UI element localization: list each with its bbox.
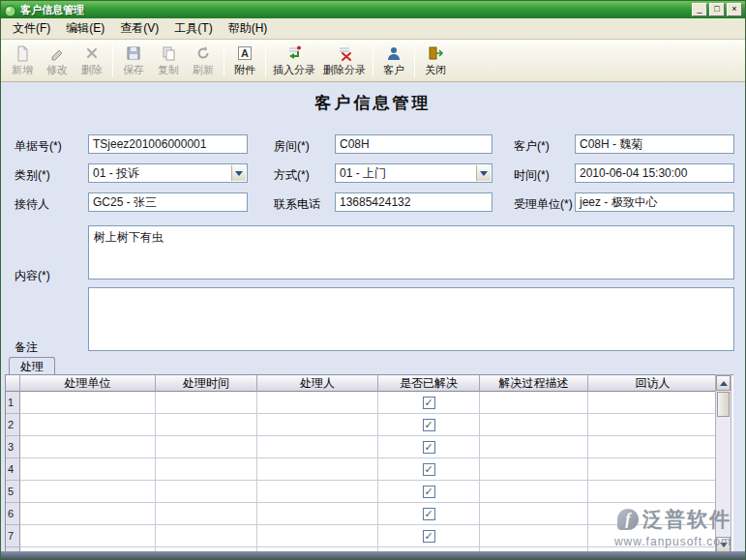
close-button[interactable]: × [727, 3, 742, 16]
new-button[interactable]: 新增 [5, 42, 40, 80]
menu-view[interactable]: 查看(V) [112, 17, 166, 40]
grid-cell[interactable] [480, 458, 588, 481]
customer-field[interactable]: C08H - 魏菊 [575, 134, 734, 154]
menu-edit[interactable]: 编辑(E) [58, 17, 112, 40]
toolbar-separator [112, 44, 113, 77]
tab-handle[interactable]: 处理 [9, 357, 55, 375]
grid-cell[interactable] [20, 392, 156, 414]
grid-row: 2 ✓ [6, 414, 733, 436]
menu-help[interactable]: 帮助(H) [221, 17, 276, 40]
grid-cell[interactable] [480, 525, 588, 547]
receptionist-field[interactable]: GC25 - 张三 [88, 192, 248, 212]
grid-cell[interactable] [480, 503, 588, 525]
solved-checkbox[interactable]: ✓ [423, 486, 435, 498]
doc-no-field[interactable]: TSjeez201006000001 [88, 134, 248, 154]
grid-cell[interactable] [20, 481, 156, 503]
grid-cell[interactable] [156, 436, 257, 458]
grid-cell[interactable] [588, 458, 718, 481]
grid-cell[interactable] [20, 436, 156, 458]
solved-checkbox[interactable]: ✓ [423, 441, 435, 454]
col-header-solved: 是否已解决 [378, 375, 480, 392]
grid-cell[interactable]: ✓ [378, 481, 480, 503]
grid-cell[interactable] [156, 503, 257, 525]
grid-cell[interactable] [480, 414, 588, 436]
menu-tools[interactable]: 工具(T) [166, 17, 220, 40]
insert-entry-button[interactable]: 插入分录 [269, 42, 319, 80]
phone-field[interactable]: 13685424132 [335, 192, 492, 212]
method-value: 01 - 上门 [340, 166, 386, 180]
grid-cell[interactable] [156, 481, 257, 503]
grid-cell[interactable] [257, 525, 378, 547]
solved-checkbox[interactable]: ✓ [423, 397, 435, 409]
close-form-button[interactable]: 关闭 [418, 42, 453, 80]
form-area: 客户信息管理 单据号(*) TSjeez201006000001 房间(*) C… [1, 82, 745, 559]
grid-cell[interactable]: ✓ [378, 503, 480, 525]
grid-cell[interactable] [257, 458, 378, 481]
scrollbar-thumb[interactable] [717, 392, 730, 417]
phone-label: 联系电话 [274, 196, 320, 213]
col-header-unit: 处理单位 [20, 375, 156, 392]
grid-cell[interactable] [20, 503, 156, 525]
grid-cell[interactable] [588, 414, 718, 436]
grid-cell[interactable]: ✓ [378, 458, 480, 481]
grid-cell[interactable] [257, 503, 378, 525]
grid-cell[interactable]: ✓ [378, 392, 480, 414]
grid-cell[interactable]: ✓ [378, 525, 480, 547]
save-button[interactable]: 保存 [116, 42, 151, 80]
chevron-down-icon[interactable] [476, 165, 491, 181]
solved-checkbox[interactable]: ✓ [423, 419, 435, 431]
page-title: 客户信息管理 [1, 92, 745, 114]
maximize-button[interactable]: □ [709, 3, 725, 16]
grid-cell[interactable] [257, 392, 378, 414]
refresh-button[interactable]: 刷新 [186, 42, 221, 80]
menu-file[interactable]: 文件(F) [5, 17, 58, 40]
grid-cell[interactable] [257, 414, 378, 436]
grid-row: 1 ✓ [6, 392, 733, 414]
solved-checkbox[interactable]: ✓ [423, 508, 435, 520]
grid-cell[interactable] [20, 458, 156, 481]
customer-label: 客户(*) [514, 138, 550, 155]
grid-cell[interactable] [480, 436, 588, 458]
solved-checkbox[interactable]: ✓ [423, 463, 435, 476]
row-number: 7 [6, 525, 20, 547]
grid-header-row: 处理单位 处理时间 处理人 是否已解决 解决过程描述 回访人 [6, 375, 733, 392]
grid-cell[interactable] [156, 414, 257, 436]
customer-button[interactable]: 客户 [376, 42, 411, 80]
grid-cell[interactable] [480, 481, 588, 503]
row-number: 1 [6, 392, 20, 414]
receptionist-label: 接待人 [15, 196, 49, 213]
grid-cell[interactable]: ✓ [378, 436, 480, 458]
grid-cell[interactable] [257, 481, 378, 503]
minimize-button[interactable]: _ [692, 3, 707, 16]
row-number: 2 [6, 414, 20, 436]
delete-entry-button[interactable]: 删除分录 [319, 42, 370, 80]
grid-cell[interactable] [588, 436, 718, 458]
toolbar-separator [265, 44, 266, 77]
grid-cell[interactable] [588, 392, 718, 414]
accept-unit-field[interactable]: jeez - 极致中心 [575, 192, 734, 212]
grid-cell[interactable]: ✓ [378, 414, 480, 436]
grid-cell[interactable] [257, 436, 378, 458]
remark-textarea[interactable] [88, 287, 734, 351]
solved-checkbox[interactable]: ✓ [423, 530, 435, 543]
grid-cell[interactable] [156, 458, 257, 481]
grid-cell[interactable] [20, 414, 156, 436]
app-icon [4, 4, 16, 16]
grid-cell[interactable] [480, 392, 588, 414]
grid-cell[interactable] [588, 481, 718, 503]
doc-no-label: 单据号(*) [15, 138, 62, 155]
room-field[interactable]: C08H [335, 134, 492, 154]
method-dropdown[interactable]: 01 - 上门 [335, 163, 492, 183]
delete-button[interactable]: 删除 [75, 42, 109, 80]
category-dropdown[interactable]: 01 - 投诉 [88, 163, 248, 183]
grid-cell[interactable] [20, 525, 156, 547]
scroll-up-button[interactable] [716, 375, 731, 391]
attachment-button[interactable]: A 附件 [227, 42, 262, 80]
chevron-down-icon[interactable] [231, 165, 246, 181]
grid-cell[interactable] [156, 525, 257, 547]
copy-button[interactable]: 复制 [151, 42, 186, 80]
modify-button[interactable]: 修改 [40, 42, 75, 80]
content-textarea[interactable]: 树上树下有虫 [88, 225, 734, 280]
grid-cell[interactable] [156, 392, 257, 414]
time-field[interactable]: 2010-06-04 15:30:00 [575, 163, 734, 183]
